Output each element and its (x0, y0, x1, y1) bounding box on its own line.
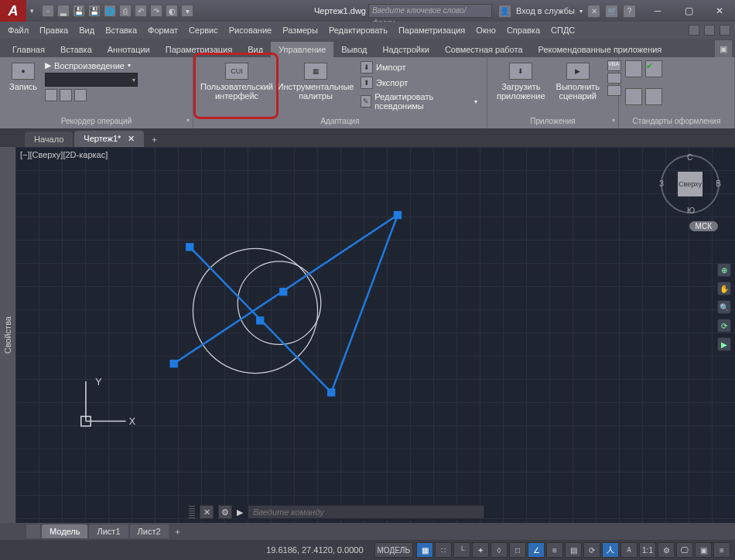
status-lwt-icon[interactable]: ≡ (546, 542, 563, 558)
status-polar-icon[interactable]: ✦ (472, 542, 489, 558)
layout-add-button[interactable]: ＋ (170, 524, 186, 538)
menu-modify[interactable]: Редактировать (324, 24, 392, 36)
run-script-button[interactable]: ▶ Выполнить сценарий (553, 60, 603, 103)
command-input[interactable] (248, 505, 484, 519)
layout-handle[interactable] (26, 524, 40, 538)
status-custom-icon[interactable]: ≡ (713, 542, 730, 558)
std-check-icon[interactable]: ✔ (645, 60, 662, 77)
app-menu-drop[interactable]: ▾ (26, 7, 37, 15)
menu-dim[interactable]: Размеры (278, 24, 323, 36)
ribtab-view[interactable]: Вид (240, 42, 271, 57)
cui-button[interactable]: CUI Пользовательский интерфейс (200, 60, 274, 103)
status-osnap-icon[interactable]: □ (509, 542, 526, 558)
menu-file[interactable]: Файл (3, 24, 33, 36)
load-app-button[interactable]: ⬇ Загрузить приложение (494, 60, 549, 103)
doc-min-button[interactable] (689, 25, 699, 36)
tab-start[interactable]: Начало (25, 131, 73, 147)
minimize-button[interactable]: ─ (642, 1, 673, 21)
cmd-close-icon[interactable]: ✕ (200, 505, 214, 519)
qat-saveas-icon[interactable]: 💾 (88, 5, 101, 17)
exchange-icon[interactable]: ✕ (587, 5, 600, 18)
ribtab-output[interactable]: Вывод (333, 42, 374, 57)
ribtab-manage[interactable]: Управление (271, 42, 333, 57)
menu-param[interactable]: Параметризация (394, 24, 470, 36)
status-otrack-icon[interactable]: ∠ (528, 542, 545, 558)
menu-draw[interactable]: Рисование (224, 24, 276, 36)
ribtab-home[interactable]: Главная (5, 42, 53, 57)
std-config-icon[interactable] (625, 60, 642, 77)
std-sync-icon[interactable] (645, 88, 662, 105)
app-logo[interactable]: A (0, 0, 26, 22)
new-tab-button[interactable]: ＋ (145, 131, 162, 147)
status-cycle-icon[interactable]: ⟳ (583, 542, 600, 558)
search-input[interactable]: Введите ключевое слово/фразу (368, 4, 492, 18)
signin-label[interactable]: Вход в службы (516, 6, 575, 15)
import-button[interactable]: ⬇Импорт (357, 60, 480, 74)
viewport[interactable]: [−][Сверху][2D-каркас] Сверху С Ю В З МС… (15, 147, 735, 523)
status-ortho-icon[interactable]: └ (453, 542, 470, 558)
ribtab-annot[interactable]: Аннотации (100, 42, 158, 57)
qat-shade-icon[interactable]: ◐ (166, 5, 178, 17)
ribtab-param[interactable]: Параметризация (158, 42, 240, 57)
status-model-toggle[interactable]: МОДЕЛЬ (374, 542, 413, 558)
ribtab-addins[interactable]: Надстройки (375, 42, 437, 57)
svg-line-7 (331, 215, 398, 392)
export-button[interactable]: ⬆Экспорт (357, 76, 480, 90)
ribtab-featured[interactable]: Рекомендованные приложения (531, 42, 670, 57)
cart-icon[interactable]: 🛒 (605, 5, 618, 18)
qat-open-icon[interactable]: ▂ (57, 5, 70, 17)
status-grid-icon[interactable]: ▦ (416, 542, 433, 558)
qat-plot-icon[interactable]: ⎙ (119, 5, 132, 17)
status-trans-icon[interactable]: ▤ (565, 542, 582, 558)
menu-window[interactable]: Окно (471, 24, 501, 36)
rec-opt2-icon[interactable] (60, 89, 72, 101)
menu-help[interactable]: Справка (502, 24, 545, 36)
qat-drop-icon[interactable]: ▾ (181, 5, 193, 17)
qat-new-icon[interactable]: ▫ (42, 5, 54, 17)
close-button[interactable]: ✕ (704, 1, 735, 21)
play-button[interactable]: ▶ Воспроизведение ▾ (45, 60, 138, 70)
help-icon[interactable]: ? (623, 5, 636, 18)
qat-save-icon[interactable]: 💾 (73, 5, 85, 17)
status-dynucs-icon[interactable]: 人 (602, 542, 619, 558)
ribtab-insert[interactable]: Вставка (53, 42, 100, 57)
status-annoscale-icon[interactable]: Ａ (620, 542, 638, 558)
qat-undo-icon[interactable]: ↶ (135, 5, 147, 17)
tab-drawing1[interactable]: Чертеж1* ✕ (74, 131, 144, 147)
status-monitor-icon[interactable]: 🖵 (676, 542, 693, 558)
status-scale[interactable]: 1:1 (639, 542, 656, 558)
menu-insert[interactable]: Вставка (101, 24, 142, 36)
layout-model[interactable]: Модель (42, 524, 87, 538)
menu-spds[interactable]: СПДС (546, 24, 579, 36)
rec-opt1-icon[interactable] (45, 89, 57, 101)
layout-sheet2[interactable]: Лист2 (130, 524, 169, 538)
status-snap-icon[interactable]: ∷ (435, 542, 452, 558)
doc-restore-button[interactable] (704, 25, 715, 36)
status-gear-icon[interactable]: ⚙ (658, 542, 675, 558)
std-layer-icon[interactable] (625, 88, 642, 105)
record-button[interactable]: ● Запись (6, 60, 40, 94)
layout-sheet1[interactable]: Лист1 (89, 524, 128, 538)
status-max-icon[interactable]: ▣ (695, 542, 712, 558)
doc-close-button[interactable] (720, 25, 730, 36)
menu-format[interactable]: Формат (143, 24, 183, 36)
signin-drop[interactable]: ▾ (579, 8, 583, 15)
cmd-options-icon[interactable]: ⚙ (218, 505, 232, 519)
menu-edit[interactable]: Правка (35, 24, 73, 36)
properties-panel-collapsed[interactable]: Свойства (0, 147, 15, 523)
ribbon-collapse-button[interactable]: ▣ (715, 40, 732, 57)
edit-aliases-button[interactable]: ✎Редактировать псевдонимы ▾ (357, 91, 480, 111)
tool-palettes-button[interactable]: ▦ Инструментальные палитры (279, 60, 353, 103)
status-iso-icon[interactable]: ◊ (491, 542, 508, 558)
menu-view[interactable]: Вид (74, 24, 99, 36)
cmd-grip[interactable] (189, 506, 195, 518)
rec-opt3-icon[interactable] (74, 89, 87, 101)
tab-close-icon[interactable]: ✕ (128, 134, 135, 143)
signin-icon[interactable]: 👤 (498, 5, 511, 18)
qat-web-icon[interactable]: 🌐 (104, 5, 116, 17)
qat-redo-icon[interactable]: ↷ (150, 5, 162, 17)
ribtab-collab[interactable]: Совместная работа (437, 42, 531, 57)
maximize-button[interactable]: ▢ (673, 1, 704, 21)
menu-service[interactable]: Сервис (184, 24, 223, 36)
recording-combo[interactable]: ▾ (45, 73, 138, 87)
